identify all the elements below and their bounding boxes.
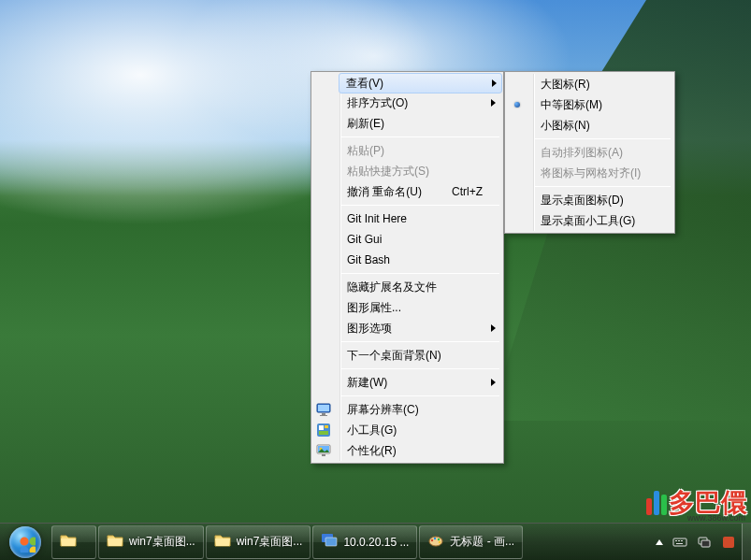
- menu-item-medium-icons[interactable]: 中等图标(M): [533, 94, 672, 115]
- menu-item-shortcut: Ctrl+Z: [433, 185, 483, 198]
- taskbar-button-label: win7桌面图...: [237, 534, 303, 550]
- menu-item-label: 刷新(E): [347, 116, 384, 132]
- menu-item-label: 显示桌面小工具(G): [541, 213, 635, 229]
- menu-item-label: Git Init Here: [347, 212, 407, 225]
- view-submenu: 大图标(R)中等图标(M)小图标(N)自动排列图标(A)将图标与网格对齐(I)显…: [504, 71, 675, 234]
- menu-item-view[interactable]: 查看(V): [339, 73, 502, 93]
- menu-item-label: 大图标(R): [541, 77, 590, 93]
- svg-rect-20: [675, 540, 677, 541]
- menu-item-label: 小图标(N): [541, 118, 590, 134]
- menu-item-undo-rename[interactable]: 撤消 重命名(U)Ctrl+Z: [339, 181, 501, 202]
- monitor-icon: [315, 401, 332, 418]
- taskbar-button-folder2[interactable]: win7桌面图...: [206, 525, 311, 559]
- taskbar-button-label: 无标题 - 画...: [450, 534, 514, 550]
- gadget-icon: [315, 422, 332, 438]
- keyboard-icon[interactable]: [672, 535, 687, 550]
- app-icon[interactable]: [721, 535, 736, 550]
- svg-rect-6: [325, 425, 328, 428]
- show-desktop-button[interactable]: [742, 524, 751, 561]
- svg-rect-13: [325, 538, 337, 546]
- menu-item-label: 将图标与网格对齐(I): [541, 165, 641, 181]
- tray-expand-icon[interactable]: [656, 539, 663, 545]
- menu-item-large-icons[interactable]: 大图标(R): [533, 74, 672, 94]
- taskbar-button-explorer[interactable]: [51, 525, 96, 559]
- menu-item-label: 粘贴(P): [347, 143, 384, 159]
- taskbar-button-label: win7桌面图...: [129, 534, 195, 550]
- menu-item-label: 隐藏扩展名及文件: [347, 280, 437, 295]
- start-button[interactable]: [0, 524, 51, 561]
- menu-item-align-grid: 将图标与网格对齐(I): [533, 163, 672, 183]
- menu-item-git-gui[interactable]: Git Gui: [339, 229, 501, 250]
- menu-item-show-gadgets[interactable]: 显示桌面小工具(G): [533, 210, 672, 231]
- menu-item-graphic-opts[interactable]: 图形选项: [339, 318, 501, 338]
- menu-item-label: 排序方式(O): [347, 95, 408, 111]
- svg-rect-1: [318, 405, 329, 411]
- svg-rect-5: [319, 425, 324, 430]
- menu-item-label: 新建(W): [347, 375, 387, 391]
- windows-orb-icon: [9, 526, 41, 558]
- menu-item-resolution[interactable]: 屏幕分辨率(C): [339, 399, 501, 420]
- taskbar-button-paint[interactable]: 无标题 - 画...: [419, 525, 523, 559]
- menu-item-small-icons[interactable]: 小图标(N): [533, 115, 672, 136]
- menu-item-show-icons[interactable]: 显示桌面图标(D): [533, 190, 672, 210]
- svg-point-18: [439, 541, 440, 543]
- svg-rect-19: [673, 538, 686, 546]
- menu-item-auto-arrange: 自动排列图标(A): [533, 142, 672, 163]
- menu-item-label: 屏幕分辨率(C): [347, 402, 419, 418]
- menu-separator: [341, 368, 499, 369]
- svg-rect-11: [322, 454, 325, 456]
- taskbar-button-label: 10.0.20.15 ...: [343, 536, 409, 549]
- paint-icon: [427, 532, 444, 552]
- menu-item-label: 小工具(G): [347, 423, 397, 438]
- menu-item-label: 个性化(R): [347, 443, 397, 459]
- menu-item-paste: 粘贴(P): [339, 140, 501, 161]
- submenu-arrow-icon: [491, 379, 496, 386]
- menu-separator: [341, 341, 499, 342]
- svg-rect-21: [678, 540, 680, 541]
- svg-rect-3: [320, 415, 327, 416]
- menu-item-graphic-props[interactable]: 图形属性...: [339, 297, 501, 318]
- submenu-arrow-icon: [492, 79, 497, 87]
- menu-item-new[interactable]: 新建(W): [339, 372, 501, 393]
- menu-item-label: 自动排列图标(A): [541, 145, 623, 161]
- menu-separator: [341, 136, 499, 137]
- remote-icon: [321, 532, 338, 552]
- svg-point-16: [434, 538, 436, 539]
- menu-item-label: 粘贴快捷方式(S): [347, 164, 429, 179]
- network-icon[interactable]: [697, 535, 712, 550]
- menu-item-label: Git Gui: [347, 233, 382, 246]
- svg-point-15: [431, 539, 433, 541]
- menu-item-label: 显示桌面图标(D): [541, 193, 624, 208]
- menu-item-sort[interactable]: 排序方式(O): [339, 93, 501, 113]
- taskbar-button-remote[interactable]: 10.0.20.15 ...: [312, 525, 417, 559]
- menu-item-git-bash[interactable]: Git Bash: [339, 250, 501, 270]
- menu-separator: [341, 205, 499, 206]
- menu-separator: [341, 273, 499, 274]
- svg-rect-7: [319, 431, 328, 435]
- folder-icon: [107, 532, 123, 552]
- watermark-url: www.386w.com: [687, 513, 745, 523]
- watermark-logo-icon: [646, 491, 667, 515]
- menu-item-personalize[interactable]: 个性化(R): [339, 440, 501, 461]
- submenu-arrow-icon: [491, 324, 496, 332]
- menu-item-label: 中等图标(M): [541, 97, 602, 113]
- svg-rect-23: [676, 543, 683, 544]
- menu-item-hide-ext[interactable]: 隐藏扩展名及文件: [339, 277, 501, 297]
- menu-separator: [341, 395, 499, 396]
- menu-item-refresh[interactable]: 刷新(E): [339, 113, 501, 134]
- taskbar-button-folder1[interactable]: win7桌面图...: [98, 525, 204, 559]
- folder-icon: [214, 532, 231, 552]
- system-tray: [650, 524, 742, 560]
- menu-item-git-init[interactable]: Git Init Here: [339, 208, 501, 229]
- taskbar: win7桌面图...win7桌面图...10.0.20.15 ...无标题 - …: [0, 523, 751, 560]
- menu-item-label: 下一个桌面背景(N): [347, 348, 441, 364]
- menu-item-next-bg[interactable]: 下一个桌面背景(N): [339, 345, 501, 366]
- menu-item-gadgets[interactable]: 小工具(G): [339, 420, 501, 440]
- menu-item-label: 图形选项: [347, 321, 392, 337]
- svg-rect-25: [701, 540, 710, 547]
- svg-rect-2: [322, 413, 325, 415]
- personalize-icon: [315, 442, 332, 459]
- menu-item-label: 撤消 重命名(U): [347, 184, 422, 200]
- desktop-context-menu: 查看(V)排序方式(O)刷新(E)粘贴(P)粘贴快捷方式(S)撤消 重命名(U)…: [311, 71, 504, 464]
- menu-item-label: 图形属性...: [347, 300, 401, 316]
